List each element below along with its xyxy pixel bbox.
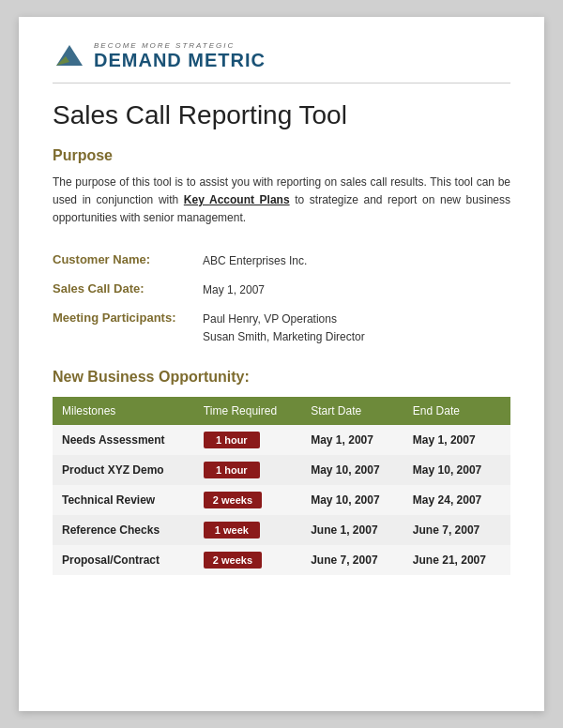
start-date: May 1, 2007 xyxy=(301,425,403,455)
logo-name: Demand Metric xyxy=(94,50,266,71)
end-date: June 7, 2007 xyxy=(403,515,510,545)
table-header-row: Milestones Time Required Start Date End … xyxy=(53,397,510,425)
participants-row: Meeting Participants: Paul Henry, VP Ope… xyxy=(53,305,510,352)
purpose-heading: Purpose xyxy=(53,147,510,164)
start-date: May 10, 2007 xyxy=(301,455,403,485)
start-date: May 10, 2007 xyxy=(301,485,403,515)
logo-area: Become More Strategic Demand Metric xyxy=(53,39,510,83)
sales-date-row: Sales Call Date: May 1, 2007 xyxy=(53,276,510,305)
time-required: 1 week xyxy=(194,515,301,545)
logo-tagline: Become More Strategic xyxy=(94,41,266,50)
page-title: Sales Call Reporting Tool xyxy=(53,100,510,130)
table-row: Product XYZ Demo1 hourMay 10, 2007May 10… xyxy=(53,455,510,485)
milestone-name: Product XYZ Demo xyxy=(53,455,194,485)
milestone-name: Proposal/Contract xyxy=(53,545,194,575)
participant2: Susan Smith, Marketing Director xyxy=(203,330,365,343)
end-date: June 21, 2007 xyxy=(403,545,510,575)
sales-date-value: May 1, 2007 xyxy=(203,281,265,299)
milestone-name: Technical Review xyxy=(53,485,194,515)
time-required: 1 hour xyxy=(194,425,301,455)
purpose-text: The purpose of this tool is to assist yo… xyxy=(53,174,510,228)
milestone-name: Reference Checks xyxy=(53,515,194,545)
end-date: May 10, 2007 xyxy=(403,455,510,485)
milestone-name: Needs Assessment xyxy=(53,425,194,455)
participant1: Paul Henry, VP Operations xyxy=(203,312,337,326)
start-date: June 1, 2007 xyxy=(301,515,403,545)
sales-date-label: Sales Call Date: xyxy=(53,281,203,296)
time-required: 2 weeks xyxy=(194,485,301,515)
customer-label: Customer Name: xyxy=(53,252,203,266)
table-row: Technical Review2 weeksMay 10, 2007May 2… xyxy=(53,485,510,515)
col-end: End Date xyxy=(403,397,510,425)
page: Become More Strategic Demand Metric Sale… xyxy=(19,17,544,711)
new-business-heading: New Business Opportunity: xyxy=(53,369,510,386)
participants-label: Meeting Participants: xyxy=(53,311,203,325)
col-time: Time Required xyxy=(194,397,301,425)
logo-text-block: Become More Strategic Demand Metric xyxy=(94,41,266,71)
table-row: Needs Assessment1 hourMay 1, 2007May 1, … xyxy=(53,425,510,455)
demand-metric-logo-icon xyxy=(53,39,86,73)
end-date: May 24, 2007 xyxy=(403,485,510,515)
customer-value: ABC Enterprises Inc. xyxy=(203,252,307,270)
table-row: Proposal/Contract2 weeksJune 7, 2007June… xyxy=(53,545,510,575)
customer-row: Customer Name: ABC Enterprises Inc. xyxy=(53,247,510,276)
table-row: Reference Checks1 weekJune 1, 2007June 7… xyxy=(53,515,510,545)
time-required: 1 hour xyxy=(194,455,301,485)
milestones-table: Milestones Time Required Start Date End … xyxy=(53,397,510,575)
start-date: June 7, 2007 xyxy=(301,545,403,575)
col-milestones: Milestones xyxy=(53,397,194,425)
key-account-link[interactable]: Key Account Plans xyxy=(184,193,290,206)
info-table: Customer Name: ABC Enterprises Inc. Sale… xyxy=(53,247,510,353)
col-start: Start Date xyxy=(301,397,403,425)
end-date: May 1, 2007 xyxy=(403,425,510,455)
time-required: 2 weeks xyxy=(194,545,301,575)
participants-value: Paul Henry, VP Operations Susan Smith, M… xyxy=(203,311,365,346)
